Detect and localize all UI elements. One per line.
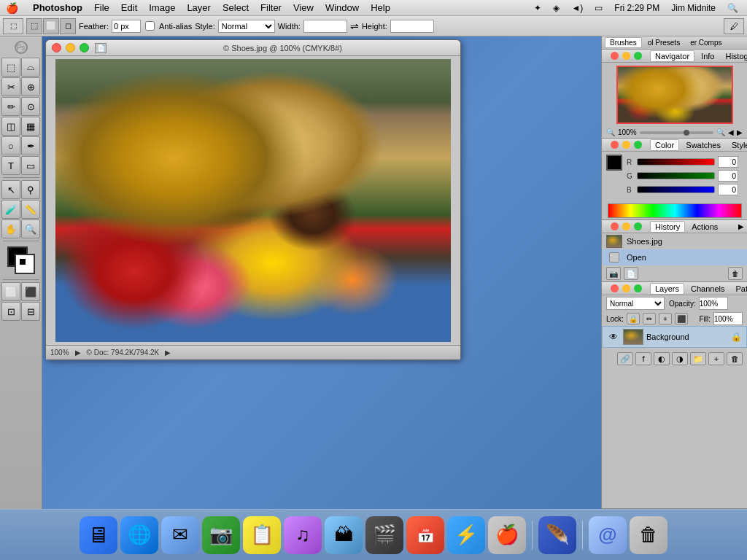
- nav-min-btn[interactable]: [622, 52, 630, 60]
- nav-zoom-out-icon[interactable]: 🔍: [606, 128, 615, 136]
- history-item-2[interactable]: Open: [602, 249, 747, 265]
- layers-min-btn[interactable]: [622, 284, 630, 292]
- forward-icon[interactable]: ▶: [75, 349, 81, 357]
- height-input[interactable]: [390, 20, 434, 33]
- b-slider[interactable]: [637, 186, 715, 193]
- photo-display[interactable]: [55, 59, 451, 342]
- dock-iphoto-icon[interactable]: 🏔: [325, 516, 363, 554]
- lock-pos-btn[interactable]: ⬛: [675, 313, 688, 324]
- path-select-tool[interactable]: ↖: [1, 180, 20, 199]
- nav-right-arrow[interactable]: ▶: [737, 128, 743, 136]
- quick-mask-btn[interactable]: ⬛: [21, 282, 40, 301]
- layers-tab[interactable]: Layers: [650, 283, 684, 295]
- history-item-1[interactable]: Shoes.jpg: [602, 233, 747, 249]
- nav-close-btn[interactable]: [611, 52, 619, 60]
- layers-max-btn[interactable]: [634, 284, 642, 292]
- spotlight-icon[interactable]: 🔍: [724, 1, 741, 15]
- dock-apple-icon[interactable]: 🍎: [488, 516, 526, 554]
- close-button[interactable]: [52, 43, 61, 52]
- hand-tool[interactable]: ✋: [1, 219, 20, 238]
- zoom-tool[interactable]: 🔍: [21, 219, 40, 238]
- layers-close-btn[interactable]: [611, 284, 619, 292]
- delete-history-btn[interactable]: 🗑: [728, 267, 743, 280]
- channels-tab[interactable]: Channels: [686, 284, 729, 294]
- r-value[interactable]: [718, 156, 738, 168]
- lock-pixels-btn[interactable]: 🔒: [627, 313, 640, 324]
- history-min-btn[interactable]: [622, 222, 630, 230]
- history-panel-arrow[interactable]: ▶: [738, 222, 744, 230]
- file-menu[interactable]: File: [88, 1, 115, 15]
- new-snapshot-btn[interactable]: 📷: [606, 267, 621, 280]
- dock-mail2-icon[interactable]: @: [589, 516, 627, 554]
- edit-menu[interactable]: Edit: [115, 1, 143, 15]
- eyedropper-tool[interactable]: 🧪: [1, 200, 20, 219]
- selection-btn-3[interactable]: ◻: [60, 18, 76, 34]
- marquee-tool[interactable]: ⬚: [1, 58, 20, 77]
- dock-finder-icon[interactable]: 🖥: [80, 516, 117, 554]
- gradient-tool[interactable]: ▦: [21, 117, 40, 136]
- measure-tool[interactable]: 📏: [21, 200, 40, 219]
- nav-max-btn[interactable]: [634, 52, 642, 60]
- style-select[interactable]: Normal Fixed Ratio Fixed Size: [218, 20, 275, 33]
- history-tab[interactable]: History: [650, 221, 685, 233]
- dock-ical-icon[interactable]: 📅: [406, 516, 444, 554]
- lasso-tool[interactable]: ⌓: [21, 58, 40, 77]
- nav-zoom-in-icon[interactable]: 🔍: [716, 128, 725, 136]
- navigator-preview[interactable]: [616, 66, 733, 124]
- text-tool[interactable]: T: [1, 156, 20, 175]
- antialias-checkbox[interactable]: [145, 21, 155, 31]
- layer-visibility-btn[interactable]: 👁: [607, 330, 620, 343]
- comps-tab[interactable]: er Comps: [686, 38, 726, 47]
- apple-menu[interactable]: 🍎: [6, 2, 18, 14]
- color-spectrum[interactable]: [608, 203, 742, 218]
- new-adj-layer-btn[interactable]: ◑: [672, 352, 688, 365]
- help-menu[interactable]: Help: [365, 1, 396, 15]
- blend-mode-select[interactable]: Normal Multiply Screen: [606, 297, 665, 310]
- dock-facetime-icon[interactable]: 📷: [202, 516, 240, 554]
- history-close-btn[interactable]: [611, 222, 619, 230]
- new-group-btn[interactable]: 📁: [690, 352, 706, 365]
- width-input[interactable]: [303, 20, 347, 33]
- view-menu[interactable]: View: [287, 1, 320, 15]
- screen-mode2-btn[interactable]: ⊟: [21, 302, 40, 321]
- r-slider[interactable]: [637, 158, 715, 166]
- zoom-button[interactable]: [80, 43, 89, 52]
- app-menu[interactable]: Photoshop: [27, 1, 88, 15]
- color-max-btn[interactable]: [634, 141, 642, 149]
- new-layer-btn[interactable]: +: [708, 352, 724, 365]
- b-value[interactable]: [718, 184, 738, 195]
- opacity-input[interactable]: [699, 297, 728, 310]
- dock-ispeeddownload-icon[interactable]: ⚡: [447, 516, 485, 554]
- swap-dimensions-icon[interactable]: ⇌: [350, 20, 359, 32]
- history-max-btn[interactable]: [634, 222, 642, 230]
- feather-input[interactable]: [112, 20, 141, 33]
- dock-mail-icon[interactable]: ✉: [161, 516, 199, 554]
- color-close-btn[interactable]: [611, 141, 619, 149]
- dock-imovie-icon[interactable]: 🎬: [365, 516, 403, 554]
- actions-tab[interactable]: Actions: [687, 222, 722, 232]
- clone-tool[interactable]: ⊙: [21, 97, 40, 116]
- brush-tool[interactable]: ✏: [1, 97, 20, 116]
- selection-btn-1[interactable]: ⬚: [26, 18, 42, 34]
- dock-itunes-icon[interactable]: ♫: [284, 516, 322, 554]
- select-menu[interactable]: Select: [217, 1, 255, 15]
- layer-menu[interactable]: Layer: [181, 1, 217, 15]
- nav-left-arrow[interactable]: ◀: [728, 128, 734, 136]
- filter-menu[interactable]: Filter: [255, 1, 287, 15]
- info-tab[interactable]: Info: [697, 51, 719, 61]
- crop-tool[interactable]: ✂: [1, 77, 20, 96]
- dock-trash-icon[interactable]: 🗑: [630, 516, 667, 554]
- status-arrow[interactable]: ▶: [165, 349, 171, 357]
- link-layers-btn[interactable]: 🔗: [617, 352, 633, 365]
- image-menu[interactable]: Image: [143, 1, 181, 15]
- zoom-thumb[interactable]: [684, 130, 689, 136]
- zoom-slider[interactable]: [640, 131, 713, 134]
- swatches-tab[interactable]: Swatches: [681, 140, 725, 150]
- navigator-tab[interactable]: Navigator: [650, 50, 694, 62]
- selection-btn-2[interactable]: ⬜: [43, 18, 59, 34]
- pen-tool[interactable]: ✒: [21, 136, 40, 155]
- paths-tab[interactable]: Paths: [732, 284, 747, 294]
- window-menu[interactable]: Window: [320, 1, 365, 15]
- dodge-tool[interactable]: ○: [1, 136, 20, 155]
- color-min-btn[interactable]: [622, 141, 630, 149]
